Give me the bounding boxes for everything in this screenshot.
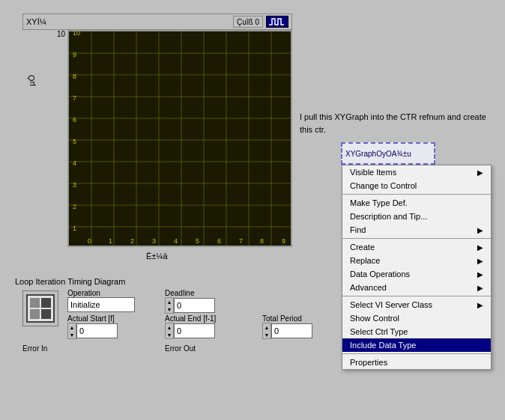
menu-item-visible-items[interactable]: Visible Items▶ bbox=[342, 165, 491, 179]
graph-wave-button[interactable] bbox=[266, 16, 288, 28]
menu-item-change-to-control[interactable]: Change to Control bbox=[342, 179, 491, 192]
menu-item-advanced[interactable]: Advanced▶ bbox=[342, 281, 491, 294]
xy-graph: 10 9 8 7 6 5 4 3 2 1 0 1 2 3 4 5 6 7 8 9 bbox=[67, 30, 292, 247]
deadline-label: Deadline bbox=[165, 289, 215, 297]
menu-arrow-select-vi-server: ▶ bbox=[477, 301, 483, 309]
menu-item-label-replace: Replace bbox=[350, 256, 380, 265]
graph-title-bar: XYÍ¼ Çuîß 0 bbox=[22, 13, 292, 30]
info-text-block: I pull this XYGraph into the CTR refnum … bbox=[300, 111, 495, 136]
svg-text:6: 6 bbox=[217, 237, 221, 245]
menu-item-label-properties: Properties bbox=[350, 358, 387, 367]
actual-start-field-group: Actual Start [f] ▲ ▼ bbox=[67, 314, 118, 339]
total-period-label: Total Period bbox=[262, 314, 312, 323]
total-period-input[interactable] bbox=[271, 323, 312, 338]
menu-item-label-advanced: Advanced bbox=[350, 283, 387, 292]
graph-grid-svg: 10 9 8 7 6 5 4 3 2 1 0 1 2 3 4 5 6 7 8 9 bbox=[69, 31, 291, 246]
svg-text:2: 2 bbox=[73, 203, 76, 210]
deadline-spinner[interactable]: ▲ ▼ bbox=[165, 297, 174, 314]
menu-item-replace[interactable]: Replace▶ bbox=[342, 254, 491, 267]
svg-text:6: 6 bbox=[73, 116, 76, 124]
menu-item-label-include-data-type: Include Data Type bbox=[350, 341, 416, 350]
spinner-down-icon[interactable]: ▼ bbox=[68, 331, 76, 338]
error-in-label: Error In bbox=[22, 344, 47, 353]
info-line2: this ctr. bbox=[300, 125, 326, 134]
svg-text:1: 1 bbox=[109, 237, 112, 245]
deadline-input[interactable] bbox=[174, 298, 215, 313]
actual-end-spinner[interactable]: ▲ ▼ bbox=[165, 323, 174, 339]
menu-item-show-control[interactable]: Show Control bbox=[342, 311, 491, 325]
svg-text:5: 5 bbox=[73, 138, 76, 145]
actual-start-spinner[interactable]: ▲ ▼ bbox=[67, 323, 76, 339]
total-period-field-group: Total Period ▲ ▼ bbox=[262, 314, 312, 339]
menu-item-label-description-tip: Description and Tip... bbox=[350, 212, 427, 221]
svg-text:1: 1 bbox=[73, 225, 76, 232]
menu-divider-2 bbox=[342, 194, 491, 195]
menu-item-description-tip[interactable]: Description and Tip... bbox=[342, 210, 491, 223]
total-period-spinner[interactable]: ▲ ▼ bbox=[262, 323, 271, 339]
actual-start-label: Actual Start [f] bbox=[67, 314, 118, 323]
graph-ctrl-dropdown[interactable]: Çuîß 0 bbox=[233, 16, 263, 28]
info-line1: I pull this XYGraph into the CTR refnum … bbox=[300, 112, 486, 121]
graph-title: XYÍ¼ bbox=[26, 17, 46, 26]
context-menu-header-text: XYGraphOyOA¾±u bbox=[345, 150, 411, 158]
loop-icon-inner bbox=[26, 294, 55, 323]
svg-text:8: 8 bbox=[260, 237, 264, 245]
y-axis-label: µÒ bbox=[27, 75, 36, 86]
menu-item-label-select-vi-server: Select VI Server Class bbox=[350, 300, 432, 309]
menu-arrow-create: ▶ bbox=[477, 243, 483, 252]
svg-text:4: 4 bbox=[73, 159, 76, 167]
menu-divider-9 bbox=[342, 296, 491, 296]
svg-text:5: 5 bbox=[196, 237, 199, 245]
menu-divider-5 bbox=[342, 238, 491, 239]
menu-item-label-data-operations: Data Operations bbox=[350, 270, 410, 279]
svg-text:9: 9 bbox=[282, 237, 285, 245]
deadline-spinner-down[interactable]: ▼ bbox=[166, 305, 173, 313]
error-out-label: Error Out bbox=[165, 344, 196, 353]
actual-end-label: Actual End [f-1] bbox=[165, 314, 216, 323]
total-period-spinner-up[interactable]: ▲ bbox=[263, 323, 270, 331]
svg-text:4: 4 bbox=[174, 237, 178, 245]
menu-items-container: Visible Items▶Change to ControlMake Type… bbox=[342, 165, 491, 369]
actual-end-spinner-up[interactable]: ▲ bbox=[166, 323, 173, 331]
operation-input[interactable] bbox=[67, 297, 135, 312]
menu-item-include-data-type[interactable]: Include Data Type bbox=[342, 338, 491, 352]
menu-item-find[interactable]: Find▶ bbox=[342, 223, 491, 237]
actual-end-spinner-down[interactable]: ▼ bbox=[166, 331, 173, 338]
svg-text:3: 3 bbox=[73, 181, 76, 189]
svg-text:0: 0 bbox=[88, 237, 91, 245]
actual-start-input[interactable] bbox=[76, 323, 118, 338]
menu-item-select-vi-server[interactable]: Select VI Server Class▶ bbox=[342, 298, 491, 311]
actual-start-input-row: ▲ ▼ bbox=[67, 323, 118, 339]
ctrl-label: Çuîß 0 bbox=[237, 18, 259, 26]
context-menu: Visible Items▶Change to ControlMake Type… bbox=[342, 165, 492, 370]
menu-arrow-advanced: ▶ bbox=[477, 284, 483, 292]
loop-icon bbox=[22, 290, 58, 326]
menu-arrow-visible-items: ▶ bbox=[477, 168, 483, 177]
loop-title: Loop Iteration Timing Diagram bbox=[15, 277, 345, 286]
spinner-up-icon[interactable]: ▲ bbox=[68, 323, 76, 331]
menu-item-label-find: Find bbox=[350, 225, 366, 234]
menu-item-select-ctrl-type[interactable]: Select Ctrl Type bbox=[342, 325, 491, 338]
actual-end-input[interactable] bbox=[174, 323, 215, 338]
svg-rect-0 bbox=[69, 31, 291, 246]
y-top-label: 10 bbox=[57, 30, 65, 38]
menu-item-create[interactable]: Create▶ bbox=[342, 240, 491, 254]
main-panel: XYÍ¼ Çuîß 0 bbox=[0, 0, 505, 420]
menu-item-label-select-ctrl-type: Select Ctrl Type bbox=[350, 327, 408, 336]
total-period-spinner-down[interactable]: ▼ bbox=[263, 331, 270, 338]
menu-item-label-visible-items: Visible Items bbox=[350, 168, 396, 177]
operation-label: Operation bbox=[67, 289, 135, 297]
menu-item-make-type-def[interactable]: Make Type Def. bbox=[342, 196, 491, 210]
svg-text:7: 7 bbox=[73, 94, 76, 102]
menu-divider-13 bbox=[342, 353, 491, 354]
actual-end-field-group: Actual End [f-1] ▲ ▼ bbox=[165, 314, 216, 339]
total-period-input-row: ▲ ▼ bbox=[262, 323, 312, 339]
operation-field-group: Operation bbox=[67, 289, 135, 312]
menu-item-label-make-type-def: Make Type Def. bbox=[350, 198, 408, 207]
loop-panel: Loop Iteration Timing Diagram Operation … bbox=[15, 277, 345, 290]
deadline-spinner-up[interactable]: ▲ bbox=[166, 298, 173, 305]
menu-item-properties[interactable]: Properties bbox=[342, 356, 491, 369]
menu-item-data-operations[interactable]: Data Operations▶ bbox=[342, 267, 491, 281]
context-menu-header-box: XYGraphOyOA¾±u bbox=[341, 142, 435, 165]
menu-arrow-find: ▶ bbox=[477, 226, 483, 234]
